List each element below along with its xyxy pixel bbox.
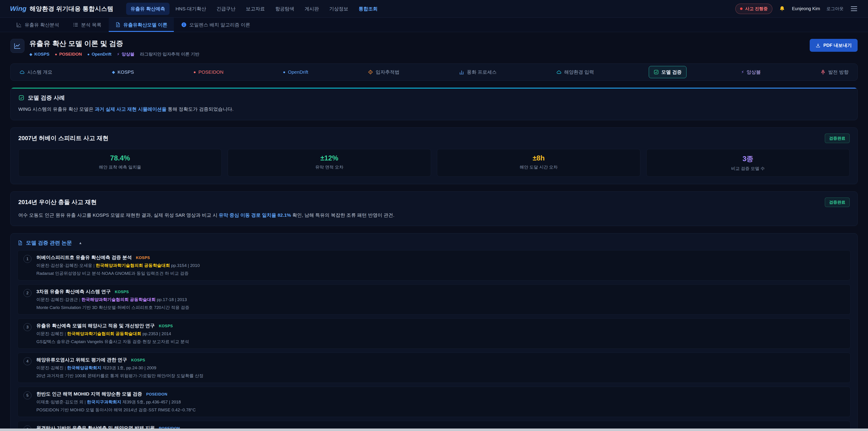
section-pill[interactable]: 입자추적법 — [363, 66, 404, 78]
paper-journal[interactable]: 한국해양과학기술협의회 공동학술대회 — [96, 263, 170, 268]
menu-icon[interactable] — [850, 5, 858, 12]
paper-body: 해양유류오염사고 위해도 평가에 관한 연구 KOSPS 이문진·김혜진 | 한… — [36, 357, 844, 379]
section-pill-label: 모델 검증 — [661, 69, 682, 75]
section-pill[interactable]: 시스템 개요 — [15, 66, 57, 78]
sub-nav: 유출유 확산분석분석 목록유출유확산모델 이론오일펜스 배치 알고리즘 이론 — [0, 18, 868, 32]
subtab[interactable]: 오일펜스 배치 알고리즘 이론 — [175, 18, 257, 32]
paper-item[interactable]: 1 허베이스피리트호 유출유 확산예측 검증 분석 KOSPS 이윤진·김선웅·… — [18, 250, 850, 280]
subtab[interactable]: 분석 목록 — [66, 18, 108, 32]
paper-number: 3 — [24, 323, 31, 331]
paper-title-row: 허베이스피리트호 유출유 확산예측 검증 분석 KOSPS — [36, 254, 844, 260]
paper-item[interactable]: 3 유출유 확산예측 모델의 해양사고 적용 및 개선방안 연구 KOSPS 이… — [18, 318, 850, 349]
bell-icon[interactable] — [779, 5, 785, 12]
case-2014-link[interactable]: 유막 중심 이동 경로 일치율 82.1% — [219, 212, 291, 218]
subtab[interactable]: 유출유확산모델 이론 — [109, 18, 174, 32]
model-tag: ●OpenDrift — [87, 52, 112, 57]
paper-journal[interactable]: 한국해양과학기술협의회 공동학술대회 — [67, 331, 141, 336]
check-icon — [653, 69, 659, 75]
section-pill[interactable]: 해양환경 입력 — [552, 66, 599, 78]
paper-item[interactable]: 2 3차원 유출유 확산예측 시스템 연구 KOSPS 이문진·김혜진·강권근 … — [18, 284, 850, 315]
section-pill[interactable]: ⚡앙상블 — [737, 66, 766, 78]
diamond-icon: ◆ — [112, 70, 115, 74]
case-2014-title: 2014년 우이산 충돌 사고 재현 — [18, 198, 97, 206]
paper-body: 한반도 인근 해역 MOHID 지역 해양순환 모델 검증 POSEIDON 이… — [36, 391, 844, 413]
model-tag-label: 라그랑지안 입자추적 이론 기반 — [140, 51, 199, 57]
paper-description: Radarsat 인공위성영상 비교 분석·NOAA GNOME과 동일 입력조… — [36, 271, 844, 276]
verification-overview-card: 모델 검증 사례 WING 시스템의 유출유 확산 모델은 과거 실제 사고 재… — [10, 88, 858, 120]
paper-model-badge: POSEIDON — [146, 392, 167, 397]
paper-item[interactable]: 5 한반도 인근 해역 MOHID 지역 해양순환 모델 검증 POSEIDON… — [18, 387, 850, 417]
paper-ref: pp.2353 | 2014 — [141, 331, 171, 336]
paper-number: 4 — [24, 357, 31, 365]
top-nav-item[interactable]: HNS·대기확산 — [171, 3, 211, 15]
paper-model-badge: KOSPS — [131, 358, 145, 363]
section-pill[interactable]: 발전 방향 — [815, 66, 853, 78]
paper-number: 2 — [24, 289, 31, 297]
paper-authors: 이재호·임병준·김도연 외 — [36, 400, 84, 404]
paper-journal[interactable]: 한국지구과학회지 — [87, 400, 121, 404]
verify-text-before: WING 시스템의 유출유 확산 모델은 — [18, 106, 95, 112]
paper-title: 허베이스피리트호 유출유 확산예측 검증 분석 — [36, 254, 132, 260]
paper-authors: 이문진·김혜진·강권근 — [36, 297, 78, 302]
user-name[interactable]: Eunjeong Kim — [792, 6, 820, 11]
paper-description: Monte Carlo Simulation 기반 3D 확산모델·허베이 스피… — [36, 305, 844, 311]
pdf-export-button[interactable]: PDF 내보내기 — [810, 39, 858, 52]
paper-ref: pp.17-18 | 2013 — [156, 297, 187, 302]
paper-title-row: 해양유류오염사고 위해도 평가에 관한 연구 KOSPS — [36, 357, 844, 363]
cloud-icon — [556, 69, 562, 75]
top-nav-item[interactable]: 항공탐색 — [271, 3, 299, 15]
paper-authors: 이문진·김혜진 — [36, 331, 64, 336]
subtab[interactable]: 유출유 확산분석 — [10, 18, 66, 32]
incident-status-badge[interactable]: 사고 진행중 — [735, 4, 772, 14]
logout-button[interactable]: 로그아웃 — [827, 6, 844, 12]
paper-description: 20년 과거자료 기반 100회 몬테카를로 통계 위험평가·가로림만 해안/어… — [36, 373, 844, 379]
top-nav-item[interactable]: 긴급구난 — [212, 3, 240, 15]
brand[interactable]: Wing 해양환경 위기대응 통합시스템 — [10, 5, 114, 13]
main-content: 유출유 확산 모델 이론 및 검증 ◆KOSPS●POSEIDON●OpenDr… — [0, 32, 868, 431]
top-nav-item[interactable]: 기상정보 — [325, 3, 353, 15]
download-icon — [815, 43, 820, 48]
collapse-icon[interactable]: ▲ — [79, 241, 82, 245]
incident-status-label: 사고 진행중 — [745, 6, 768, 12]
section-pill[interactable]: ◆KOSPS — [107, 66, 138, 78]
section-pill[interactable]: 모델 검증 — [649, 66, 686, 78]
stat-label: 해안 도달 시간 오차 — [442, 164, 636, 170]
papers-title: 모델 검증 관련 논문 — [26, 239, 72, 246]
stat-value: 78.4% — [23, 154, 217, 162]
paper-body: 유출유 확산예측 모델의 해양사고 적용 및 개선방안 연구 KOSPS 이문진… — [36, 322, 844, 345]
section-pill[interactable]: ●POSEIDON — [189, 66, 228, 78]
section-pill-label: 입자추적법 — [376, 69, 399, 75]
page-title: 유출유 확산 모델 이론 및 검증 — [29, 39, 199, 49]
section-pill[interactable]: ●OpenDrift — [278, 66, 313, 78]
stat-value: 3종 — [651, 154, 845, 164]
verify-link[interactable]: 과거 실제 사고 재현 시뮬레이션을 — [95, 106, 166, 112]
paper-journal[interactable]: 한국해양공학회지 — [67, 366, 101, 370]
paper-separator: | — [64, 331, 67, 336]
stat-card: 3종 비교 검증 모델 수 — [646, 149, 850, 177]
papers-header[interactable]: 모델 검증 관련 논문 ▲ — [18, 239, 850, 246]
top-nav-item[interactable]: 유출유 확산예측 — [126, 3, 170, 15]
list-icon — [73, 22, 79, 28]
doc-icon — [115, 22, 121, 28]
paper-meta: 이문진·김혜진 | 한국해양공학회지 제23권 1호, pp.24-30 | 2… — [36, 365, 844, 371]
top-nav-item[interactable]: 보고자료 — [241, 3, 270, 15]
page-icon — [10, 39, 24, 53]
paper-journal[interactable]: 한국해양과학기술협의회 공동학술대회 — [81, 297, 156, 302]
case-2007-title: 2007년 허베이 스피리트 사고 재현 — [18, 134, 108, 142]
paper-meta: 이문진·김혜진 | 한국해양과학기술협의회 공동학술대회 pp.2353 | 2… — [36, 331, 844, 337]
dot-icon: ● — [55, 53, 57, 56]
verify-title-label: 모델 검증 사례 — [28, 94, 65, 101]
document-icon — [18, 240, 23, 246]
paper-body: 허베이스피리트호 유출유 확산예측 검증 분석 KOSPS 이윤진·김선웅·김혜… — [36, 254, 844, 276]
top-nav-item[interactable]: 통합조회 — [354, 3, 382, 15]
bolt-icon: ⚡ — [741, 70, 744, 74]
section-pill-label: POSEIDON — [198, 69, 223, 75]
paper-number: 5 — [24, 392, 31, 399]
paper-body: 3차원 유출유 확산예측 시스템 연구 KOSPS 이문진·김혜진·강권근 | … — [36, 288, 844, 311]
section-pill-label: 해양환경 입력 — [564, 69, 594, 75]
section-pill[interactable]: 풍화 프로세스 — [454, 66, 501, 78]
top-nav-item[interactable]: 게시판 — [300, 3, 323, 15]
paper-title: 해양유류오염사고 위해도 평가에 관한 연구 — [36, 357, 127, 363]
paper-item[interactable]: 4 해양유류오염사고 위해도 평가에 관한 연구 KOSPS 이문진·김혜진 |… — [18, 352, 850, 383]
verified-badge-2014: 검증완료 — [825, 197, 850, 207]
